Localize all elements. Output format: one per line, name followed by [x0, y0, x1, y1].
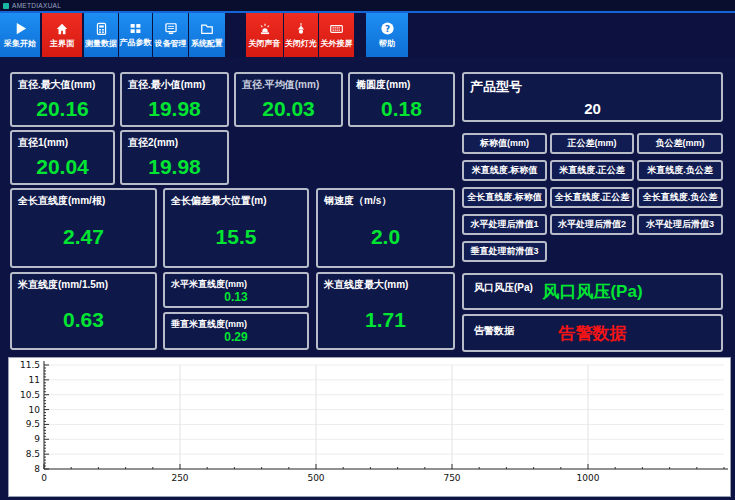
toolbar-button-label: 关闭灯光: [285, 38, 317, 49]
diameter-max-label: 直径.最大值(mm): [12, 74, 113, 92]
toolbar-button-label: 帮助: [379, 38, 395, 49]
diameter-min-label: 直径.最小值(mm): [122, 74, 227, 92]
svg-text:1000: 1000: [577, 473, 600, 483]
led-screen-icon: [329, 22, 344, 36]
parameter-button-grid: 标称值(mm) 正公差(mm) 负公差(mm) 米直线度.标称值 米直线度.正公…: [462, 133, 723, 262]
trend-chart: 88.599.51010.51111.502505007501000: [9, 358, 730, 496]
nominal-value-button[interactable]: 标称值(mm): [462, 133, 547, 154]
full-straightness-nominal-button[interactable]: 全长直线度.标称值: [462, 187, 547, 208]
toolbar-button-label: 产品参数: [120, 37, 152, 48]
product-model-value: 20: [464, 96, 721, 120]
meter-straightness-box: 米直线度(mm/1.5m) 0.63: [10, 272, 157, 350]
window-title: AMETDIAXUAL: [12, 2, 61, 9]
vertical-meter-straightness-box: 垂直米直线度(mm) 0.29: [163, 312, 309, 350]
siren-icon: [258, 22, 272, 36]
diameter-avg-box: 直径.平均值(mm) 20.03: [234, 72, 343, 127]
diameter1-value: 20.04: [12, 150, 113, 183]
svg-text:9.5: 9.5: [26, 419, 40, 429]
diameter1-box: 直径1(mm) 20.04: [10, 130, 115, 185]
meter-straightness-nominal-button[interactable]: 米直线度.标称值: [462, 160, 547, 181]
max-deviation-position-label: 全长偏差最大位置(m): [165, 190, 307, 208]
diameter-min-box: 直径.最小值(mm) 19.98: [120, 72, 229, 127]
system-config-button[interactable]: 系统配置: [189, 13, 225, 57]
question-icon: ?: [380, 21, 395, 36]
full-straightness-label: 全长直线度(mm/根): [12, 190, 155, 208]
toolbar-button-label: 设备管理: [155, 38, 187, 49]
app-logo-icon: [3, 3, 9, 9]
product-model-label: 产品型号: [464, 74, 721, 96]
external-screen-off-button[interactable]: 关外接屏: [319, 13, 354, 57]
diameter2-value: 19.98: [122, 150, 227, 183]
horizontal-meter-straightness-box: 水平米直线度(mm) 0.13: [163, 272, 309, 308]
diameter1-label: 直径1(mm): [12, 132, 113, 150]
meter-straightness-plus-tol-button[interactable]: 米直线度.正公差: [550, 160, 634, 181]
main-screen-button[interactable]: 主界面: [42, 13, 82, 57]
minus-tolerance-button[interactable]: 负公差(mm): [637, 133, 723, 154]
full-straightness-box: 全长直线度(mm/根) 2.47: [10, 188, 157, 268]
svg-text:9: 9: [34, 434, 40, 444]
toolbar: 采集开始 主界面 测量数据 产品参数 设备管理 系统配置 关闭声音 关闭灯光 关…: [0, 11, 735, 57]
steel-speed-label: 钢速度（m/s）: [318, 190, 453, 208]
lights-off-button[interactable]: 关闭灯光: [284, 13, 318, 57]
ovality-value: 0.18: [350, 92, 453, 125]
svg-text:0: 0: [41, 473, 47, 483]
toolbar-button-label: 测量数据: [85, 38, 117, 49]
help-button[interactable]: ? 帮助: [366, 13, 408, 57]
full-straightness-minus-tol-button[interactable]: 全长直线度.负公差: [637, 187, 723, 208]
calculator-icon: [95, 22, 108, 36]
diameter-avg-label: 直径.平均值(mm): [236, 74, 341, 92]
toolbar-button-label: 关闭声音: [249, 38, 281, 49]
wind-pressure-box: 风口风压(Pa) 风口风压(Pa): [462, 273, 723, 310]
lamp-icon: [294, 22, 308, 36]
full-straightness-value: 2.47: [12, 208, 155, 266]
meter-straightness-minus-tol-button[interactable]: 米直线度.负公差: [637, 160, 723, 181]
toolbar-button-label: 关外接屏: [321, 38, 353, 49]
horizontal-meter-straightness-label: 水平米直线度(mm): [165, 274, 307, 291]
diameter-max-value: 20.16: [12, 92, 113, 125]
meter-straightness-value: 0.63: [12, 292, 155, 348]
svg-text:?: ?: [384, 24, 389, 34]
max-deviation-position-box: 全长偏差最大位置(m) 15.5: [163, 188, 309, 268]
toolbar-button-label: 系统配置: [191, 38, 223, 49]
folder-icon: [200, 22, 214, 36]
svg-text:10: 10: [29, 405, 41, 415]
alarm-data-box: 告警数据 告警数据: [462, 314, 723, 352]
horizontal-meter-straightness-value: 0.13: [165, 290, 307, 304]
svg-text:750: 750: [443, 473, 460, 483]
vertical-meter-straightness-value: 0.29: [165, 330, 307, 344]
steel-speed-box: 钢速度（m/s） 2.0: [316, 188, 455, 268]
toolbar-button-label: 采集开始: [4, 38, 36, 49]
diameter-min-value: 19.98: [122, 92, 227, 125]
svg-text:8: 8: [34, 464, 40, 474]
product-model-box: 产品型号 20: [462, 72, 723, 122]
svg-text:11: 11: [29, 375, 40, 385]
max-deviation-position-value: 15.5: [165, 208, 307, 266]
diameter2-label: 直径2(mm): [122, 132, 227, 150]
wind-pressure-label: 风口风压(Pa): [468, 277, 533, 295]
monitor-icon: [164, 22, 178, 36]
window-titlebar: AMETDIAXUAL: [0, 0, 735, 11]
horizontal-post-slide1-button[interactable]: 水平处理后滑值1: [462, 214, 547, 235]
horizontal-post-slide2-button[interactable]: 水平处理后滑值2: [550, 214, 634, 235]
plus-tolerance-button[interactable]: 正公差(mm): [550, 133, 634, 154]
vertical-pre-slide3-button[interactable]: 垂直处理前滑值3: [462, 241, 547, 262]
steel-speed-value: 2.0: [318, 208, 453, 266]
alarm-data-label: 告警数据: [468, 320, 514, 338]
product-params-button[interactable]: 产品参数: [119, 13, 152, 57]
measurement-data-button[interactable]: 测量数据: [84, 13, 118, 57]
diameter-max-box: 直径.最大值(mm) 20.16: [10, 72, 115, 127]
meter-straightness-max-box: 米直线度最大(mm) 1.71: [316, 272, 455, 350]
tiles-icon: [129, 22, 142, 35]
svg-text:11.5: 11.5: [20, 360, 40, 370]
start-acquisition-button[interactable]: 采集开始: [0, 13, 40, 57]
full-straightness-plus-tol-button[interactable]: 全长直线度.正公差: [550, 187, 634, 208]
vertical-meter-straightness-label: 垂直米直线度(mm): [165, 314, 307, 331]
device-management-button[interactable]: 设备管理: [153, 13, 188, 57]
meter-straightness-label: 米直线度(mm/1.5m): [12, 274, 155, 292]
diameter-avg-value: 20.03: [236, 92, 341, 125]
svg-text:8.5: 8.5: [26, 449, 40, 459]
horizontal-post-slide3-button[interactable]: 水平处理后滑值3: [637, 214, 723, 235]
play-icon: [13, 21, 28, 36]
mute-sound-button[interactable]: 关闭声音: [246, 13, 283, 57]
meter-straightness-max-value: 1.71: [318, 292, 453, 348]
